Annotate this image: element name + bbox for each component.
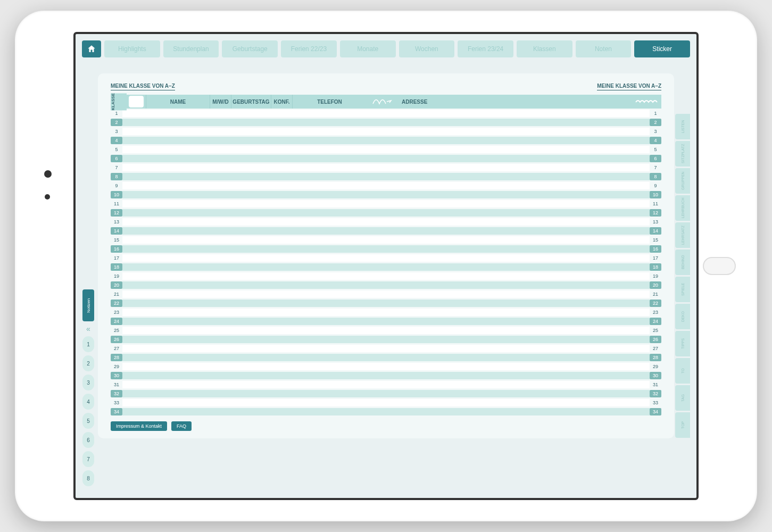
nav-highlights[interactable]: Highlights	[104, 40, 160, 57]
right-tab[interactable]: SPIELE	[675, 277, 690, 302]
table-row[interactable]: 2323	[111, 307, 661, 317]
row-body[interactable]	[122, 173, 650, 180]
row-body[interactable]	[122, 164, 650, 171]
right-tab[interactable]: GRUPPEN	[675, 168, 690, 194]
nav-geburtstage[interactable]: Geburtstage	[222, 40, 278, 57]
row-body[interactable]	[122, 318, 650, 325]
row-body[interactable]	[122, 327, 650, 334]
row-body[interactable]	[122, 218, 650, 226]
row-body[interactable]	[122, 290, 650, 298]
left-tab-3[interactable]: 3	[82, 375, 94, 390]
table-row[interactable]: 88	[111, 172, 661, 181]
table-row[interactable]: 2626	[111, 335, 661, 344]
table-row[interactable]: 3131	[111, 380, 661, 389]
left-tab-5[interactable]: 5	[82, 413, 94, 429]
row-body[interactable]	[122, 336, 650, 343]
nav-ferien-23-24[interactable]: Ferien 23/24	[458, 40, 513, 57]
row-body[interactable]	[122, 372, 650, 379]
left-tab-2[interactable]: 2	[82, 355, 94, 371]
left-tab-4[interactable]: 4	[82, 394, 94, 410]
row-body[interactable]	[122, 345, 650, 352]
table-row[interactable]: 3333	[111, 398, 661, 407]
table-row[interactable]: 2828	[111, 353, 661, 362]
right-tab[interactable]: TAG	[675, 385, 690, 411]
row-body[interactable]	[122, 155, 650, 162]
row-body[interactable]	[122, 300, 650, 307]
row-body[interactable]	[122, 182, 650, 189]
row-body[interactable]	[122, 128, 650, 135]
row-body[interactable]	[122, 119, 650, 126]
table-row[interactable]: 22	[111, 118, 661, 127]
left-tab-1[interactable]: 1	[82, 336, 94, 352]
table-row[interactable]: 2222	[111, 298, 661, 307]
row-body[interactable]	[122, 137, 650, 144]
row-body[interactable]	[122, 363, 650, 370]
table-row[interactable]: 3232	[111, 389, 661, 398]
table-row[interactable]: 44	[111, 136, 661, 145]
row-body[interactable]	[122, 263, 650, 271]
klasse-chip[interactable]	[129, 96, 144, 107]
table-row[interactable]: 66	[111, 154, 661, 163]
left-tab-notizen[interactable]: Notizen	[82, 289, 94, 321]
right-tab[interactable]: TO	[675, 358, 690, 384]
table-row[interactable]: 11	[111, 109, 661, 118]
table-row[interactable]: 1010	[111, 190, 661, 199]
right-tab[interactable]: SITZPLATZ	[675, 141, 690, 167]
table-row[interactable]: 1919	[111, 271, 661, 280]
row-body[interactable]	[122, 227, 650, 235]
impressum-button[interactable]: Impressum & Kontakt	[111, 421, 167, 431]
row-body[interactable]	[122, 146, 650, 153]
table-row[interactable]: 99	[111, 181, 661, 190]
row-body[interactable]	[122, 245, 650, 253]
row-body[interactable]	[122, 390, 650, 397]
table-row[interactable]: 2424	[111, 317, 661, 326]
row-body[interactable]	[122, 110, 650, 117]
row-body[interactable]	[122, 236, 650, 244]
nav-noten[interactable]: Noten	[576, 40, 632, 57]
home-button[interactable]	[703, 257, 736, 275]
table-row[interactable]: 1313	[111, 217, 661, 226]
table-row[interactable]: 2525	[111, 326, 661, 335]
faq-button[interactable]: FAQ	[171, 421, 192, 431]
table-row[interactable]: 2929	[111, 362, 661, 371]
nav-monate[interactable]: Monate	[340, 40, 396, 57]
right-tab[interactable]: LEHRBUCH	[675, 195, 690, 221]
right-tab[interactable]: TIPPS	[675, 331, 690, 356]
nav-klassen[interactable]: Klassen	[517, 40, 572, 57]
table-row[interactable]: 55	[111, 145, 661, 154]
table-row[interactable]: 1616	[111, 244, 661, 253]
nav-wochen[interactable]: Wochen	[399, 40, 455, 57]
nav-home[interactable]	[82, 40, 101, 57]
table-row[interactable]: 1515	[111, 235, 661, 244]
left-tab-6[interactable]: 6	[82, 432, 94, 448]
table-row[interactable]: 1414	[111, 226, 661, 235]
nav-ferien-22-23[interactable]: Ferien 22/23	[281, 40, 337, 57]
row-body[interactable]	[122, 191, 650, 198]
table-row[interactable]: 1818	[111, 262, 661, 271]
row-body[interactable]	[122, 408, 650, 415]
row-body[interactable]	[122, 381, 650, 388]
table-row[interactable]: 1111	[111, 199, 661, 208]
table-row[interactable]: 1717	[111, 253, 661, 262]
right-tab[interactable]: TOP	[675, 412, 690, 438]
left-tab-7[interactable]: 7	[82, 451, 94, 467]
left-tab-8[interactable]: 8	[82, 470, 94, 486]
left-tab-chevron[interactable]: «	[82, 325, 94, 333]
table-row[interactable]: 33	[111, 127, 661, 136]
row-body[interactable]	[122, 254, 650, 262]
table-row[interactable]: 3434	[111, 407, 661, 416]
table-row[interactable]: 2020	[111, 280, 661, 289]
right-tab[interactable]: LISTEN	[675, 114, 690, 139]
row-body[interactable]	[122, 309, 650, 316]
row-body[interactable]	[122, 281, 650, 289]
row-body[interactable]	[122, 209, 650, 217]
table-row[interactable]: 77	[111, 163, 661, 172]
row-body[interactable]	[122, 272, 650, 280]
row-body[interactable]	[122, 354, 650, 361]
table-row[interactable]: 2727	[111, 344, 661, 353]
right-tab[interactable]: BEHIND	[675, 250, 690, 275]
right-tab[interactable]: DEKO	[675, 304, 690, 329]
nav-sticker[interactable]: Sticker	[634, 40, 690, 57]
table-row[interactable]: 2121	[111, 289, 661, 298]
table-row[interactable]: 3030	[111, 371, 661, 380]
